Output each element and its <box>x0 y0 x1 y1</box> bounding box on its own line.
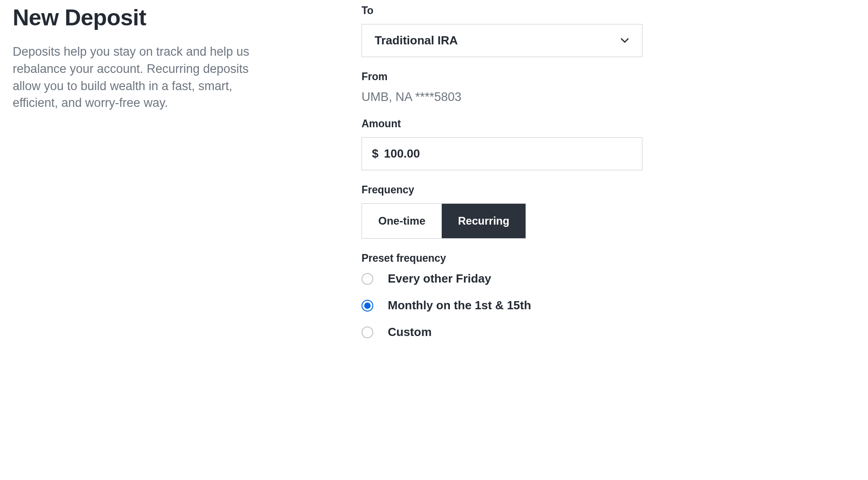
amount-input[interactable] <box>384 147 632 161</box>
radio-label: Every other Friday <box>388 272 491 286</box>
amount-label: Amount <box>362 118 642 130</box>
radio-icon <box>362 300 373 312</box>
radio-label: Custom <box>388 325 432 339</box>
radio-icon <box>362 326 373 338</box>
preset-option-every-other-friday[interactable]: Every other Friday <box>362 272 642 286</box>
to-label: To <box>362 5 642 17</box>
radio-label: Monthly on the 1st & 15th <box>388 298 531 312</box>
preset-frequency-label: Preset frequency <box>362 252 642 264</box>
frequency-recurring-button[interactable]: Recurring <box>442 204 526 238</box>
frequency-toggle-group: One-time Recurring <box>362 203 526 239</box>
frequency-onetime-button[interactable]: One-time <box>362 204 442 238</box>
chevron-down-icon <box>620 37 629 45</box>
from-label: From <box>362 71 642 83</box>
currency-symbol: $ <box>372 147 378 161</box>
preset-option-custom[interactable]: Custom <box>362 325 642 339</box>
to-select[interactable]: Traditional IRA <box>362 24 642 57</box>
frequency-label: Frequency <box>362 184 642 196</box>
preset-option-monthly-1st-15th[interactable]: Monthly on the 1st & 15th <box>362 298 642 312</box>
radio-icon <box>362 273 373 285</box>
to-value: Traditional IRA <box>375 34 458 48</box>
amount-field-container[interactable]: $ <box>362 137 642 170</box>
page-title: New Deposit <box>13 5 266 31</box>
page-description: Deposits help you stay on track and help… <box>13 43 266 112</box>
from-value: UMB, NA ****5803 <box>362 90 642 104</box>
